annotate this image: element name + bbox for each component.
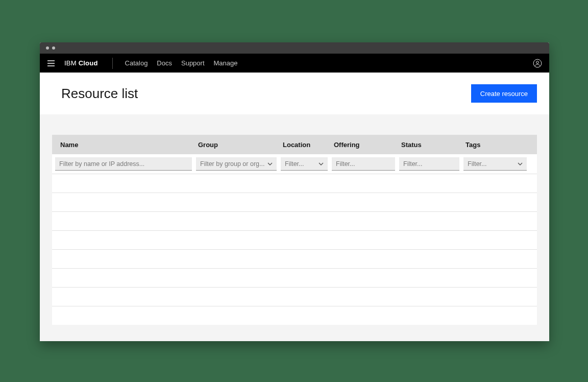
create-resource-button[interactable]: Create resource [471,84,537,103]
filter-row: Filter by group or org... Filter... [52,154,537,174]
chevron-down-icon [267,161,273,166]
table-header-row: Name Group Location Offering Status Tags [52,135,537,154]
window-dot [52,46,55,50]
filter-tags-select[interactable]: Filter... [463,157,527,171]
col-header-tags[interactable]: Tags [461,141,529,149]
table-row[interactable] [52,249,537,268]
table-body [52,174,537,325]
filter-name-input[interactable] [55,157,192,171]
col-header-status[interactable]: Status [397,141,461,149]
filter-group-select[interactable]: Filter by group or org... [196,157,277,171]
table-row[interactable] [52,174,537,193]
filter-status-input[interactable] [399,157,459,171]
nav-support[interactable]: Support [181,59,205,67]
filter-offering-input[interactable] [332,157,395,171]
filter-location-placeholder: Filter... [285,160,304,168]
col-header-offering[interactable]: Offering [330,141,397,149]
top-nav: IBM Cloud Catalog Docs Support Manage [40,54,549,73]
table-row[interactable] [52,211,537,230]
table-row[interactable] [52,287,537,306]
col-header-group[interactable]: Group [194,141,279,149]
nav-catalog[interactable]: Catalog [125,59,148,67]
resource-table: Name Group Location Offering Status Tags… [52,135,537,325]
table-row[interactable] [52,268,537,287]
window-titlebar [40,42,549,54]
filter-group-placeholder: Filter by group or org... [200,160,264,168]
chevron-down-icon [318,161,324,166]
user-avatar-icon[interactable] [533,59,542,68]
svg-point-4 [536,61,539,63]
table-row[interactable] [52,230,537,249]
chevron-down-icon [518,161,523,166]
nav-docs[interactable]: Docs [157,59,172,67]
col-header-name[interactable]: Name [52,141,194,149]
table-row[interactable] [52,306,537,325]
filter-location-select[interactable]: Filter... [281,157,328,171]
app-window: IBM Cloud Catalog Docs Support Manage Re… [40,42,549,341]
col-header-location[interactable]: Location [279,141,330,149]
window-dot [46,46,49,50]
filter-tags-placeholder: Filter... [468,160,487,168]
page-title: Resource list [61,86,138,102]
page-header: Resource list Create resource [40,73,549,114]
menu-icon[interactable] [47,59,55,67]
nav-divider [112,58,113,69]
brand-prefix: IBM [64,59,77,67]
brand-logo[interactable]: IBM Cloud [64,59,98,67]
nav-manage[interactable]: Manage [214,59,238,67]
brand-suffix: Cloud [79,59,98,67]
content-area: Name Group Location Offering Status Tags… [40,114,549,341]
table-row[interactable] [52,193,537,211]
